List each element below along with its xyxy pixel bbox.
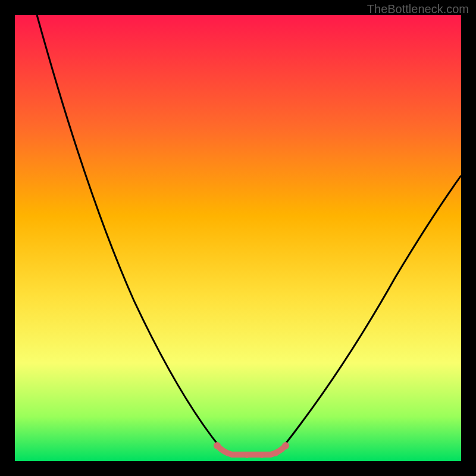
- highlight-dot: [229, 452, 235, 458]
- highlight-dot: [259, 452, 265, 458]
- highlight-dot: [244, 452, 250, 458]
- highlight-dot: [282, 442, 289, 449]
- watermark-text: TheBottleneck.com: [367, 2, 469, 16]
- highlight-dot: [273, 450, 278, 456]
- highlight-dot: [214, 442, 221, 449]
- gradient-background: [15, 15, 461, 461]
- bottleneck-chart: [15, 15, 461, 461]
